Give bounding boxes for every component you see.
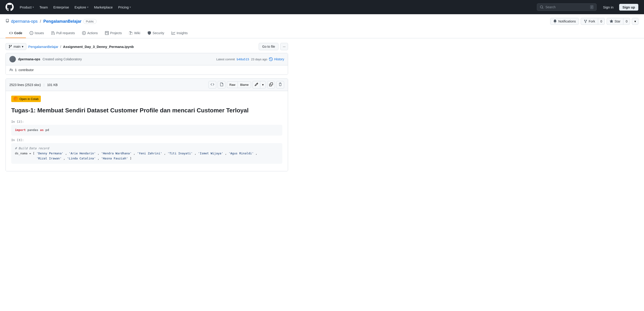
insights-icon	[172, 31, 175, 35]
tab-projects[interactable]: Projects	[101, 28, 126, 38]
contributor-label: contributor	[18, 68, 34, 72]
fork-label: Fork	[589, 20, 595, 23]
branch-icon	[8, 45, 12, 48]
sign-up-button[interactable]: Sign up	[619, 4, 638, 11]
star-label: Star	[615, 20, 620, 23]
nav-enterprise[interactable]: Enterprise	[51, 4, 71, 10]
repo-owner-link[interactable]: dpermana-ops	[11, 19, 38, 24]
tab-code[interactable]: Code	[6, 28, 26, 38]
avatar	[10, 56, 16, 62]
notebook-content: Open in Colab Tugas-1: Membuat Sendiri D…	[6, 91, 288, 171]
delete-icon	[278, 82, 282, 86]
github-logo[interactable]	[6, 3, 14, 12]
go-to-file-button[interactable]: Go to file	[259, 43, 278, 50]
repo-tabs: Code Issues Pull requests Actions Projec…	[6, 28, 638, 38]
tab-issues[interactable]: Issues	[26, 28, 48, 38]
file-meta: 2523 lines (2523 sloc) | 101 KB	[10, 83, 58, 87]
history-label: History	[274, 57, 284, 61]
branch-chevron-icon: ▾	[22, 45, 24, 48]
raw-blame-group: Raw Blame	[227, 82, 251, 88]
repo-name-link[interactable]: PengalamanBelajar	[43, 19, 82, 24]
code-view-button[interactable]	[208, 81, 216, 88]
copy-icon	[269, 82, 273, 86]
search-box[interactable]: Search /	[537, 4, 596, 11]
tab-security-label: Security	[152, 31, 164, 35]
file-content-header: 2523 lines (2523 sloc) | 101 KB Raw Blam…	[6, 79, 288, 91]
copy-button[interactable]	[267, 81, 275, 88]
raw-button[interactable]: Raw	[227, 82, 238, 88]
tab-wiki-label: Wiki	[134, 31, 140, 35]
tab-projects-label: Projects	[110, 31, 122, 35]
sign-in-button[interactable]: Sign in	[600, 4, 616, 10]
code-icon	[9, 31, 13, 35]
history-icon	[269, 57, 273, 61]
nav-links: Product ▾ Team Enterprise Explore ▾ Mark…	[18, 4, 533, 10]
contributor-count: 1	[15, 68, 17, 72]
tab-pullrequests[interactable]: Pull requests	[48, 28, 78, 38]
edit-group: ▾	[252, 81, 266, 88]
tab-pullrequests-label: Pull requests	[56, 31, 75, 35]
more-actions-button[interactable]: ···	[280, 43, 288, 50]
more-options-button[interactable]: ▾	[632, 18, 638, 25]
product-chevron-icon: ▾	[32, 6, 34, 9]
star-count[interactable]: 0	[623, 18, 630, 25]
fork-count[interactable]: 0	[598, 18, 605, 25]
notifications-button[interactable]: Notifications	[550, 18, 579, 25]
tab-actions[interactable]: Actions	[78, 28, 101, 38]
file-content-box: 2523 lines (2523 sloc) | 101 KB Raw Blam…	[6, 78, 288, 171]
tab-wiki[interactable]: Wiki	[126, 28, 144, 38]
commit-row: dpermana-ops Created using Colaboratory …	[6, 53, 288, 65]
pricing-chevron-icon: ▾	[130, 6, 131, 9]
file-path-left: main ▾ PengalamanBelajar / Assignment_Da…	[6, 43, 134, 50]
code-view-icon	[210, 82, 214, 86]
tab-code-label: Code	[14, 31, 22, 35]
blame-button[interactable]: Blame	[238, 82, 251, 88]
colab-badge-label: Open in Colab	[20, 97, 38, 101]
file-view-button[interactable]	[218, 81, 226, 88]
file-view-icon	[220, 82, 224, 86]
commit-author[interactable]: dpermana-ops	[18, 57, 40, 61]
nav-pricing[interactable]: Pricing ▾	[116, 4, 133, 10]
colab-logo-icon	[14, 96, 18, 101]
edit-dropdown-button[interactable]: ▾	[260, 81, 266, 88]
fork-group: Fork 0	[581, 18, 605, 25]
cell-label-2: In [2]:	[11, 120, 282, 124]
nav-actions: Sign in Sign up	[600, 4, 638, 11]
delete-button[interactable]	[276, 81, 284, 88]
code-block-3: # Build Data record ds_nama = [ 'Denny P…	[11, 143, 282, 164]
nav-marketplace[interactable]: Marketplace	[92, 4, 115, 10]
history-button[interactable]: History	[269, 57, 284, 61]
cell-label-3: In [3]:	[11, 138, 282, 142]
star-button[interactable]: Star	[606, 18, 623, 25]
wiki-icon	[129, 31, 133, 35]
search-placeholder: Search	[546, 5, 588, 9]
fork-button[interactable]: Fork	[581, 18, 598, 25]
code-cell-3: In [3]: # Build Data record ds_nama = [ …	[11, 138, 282, 164]
breadcrumb-repo-link[interactable]: PengalamanBelajar	[28, 45, 58, 48]
commit-hash-link[interactable]: b48a515	[237, 58, 249, 61]
branch-name: main	[14, 45, 20, 48]
code-dsname-line2: 'Rizal Irawan' , 'Linda Catalina' , 'Has…	[15, 156, 279, 161]
commit-left: dpermana-ops Created using Colaboratory	[10, 56, 82, 62]
tab-insights-label: Insights	[176, 31, 188, 35]
nav-product[interactable]: Product ▾	[18, 4, 36, 10]
code-comment-line: # Build Data record	[15, 146, 279, 151]
nav-team[interactable]: Team	[37, 4, 50, 10]
pullrequest-icon	[51, 31, 55, 35]
colab-badge[interactable]: Open in Colab	[11, 96, 41, 102]
search-icon	[540, 5, 544, 9]
code-block-2: import pandas as pd	[11, 125, 282, 136]
nav-explore[interactable]: Explore ▾	[72, 4, 91, 10]
tab-insights[interactable]: Insights	[168, 28, 191, 38]
edit-button[interactable]	[252, 81, 260, 88]
star-icon	[610, 20, 613, 23]
star-group: Star 0	[606, 18, 630, 25]
issues-icon	[30, 31, 33, 35]
code-cell-2: In [2]: import pandas as pd	[11, 120, 282, 136]
branch-selector[interactable]: main ▾	[6, 43, 26, 50]
tab-security[interactable]: Security	[144, 28, 168, 38]
breadcrumb: PengalamanBelajar / Assignment_Day_3_Den…	[28, 45, 134, 48]
code-line-import: import pandas as pd	[15, 128, 49, 132]
contributors-icon	[10, 68, 13, 72]
commit-time: 23 days ago	[251, 58, 268, 61]
